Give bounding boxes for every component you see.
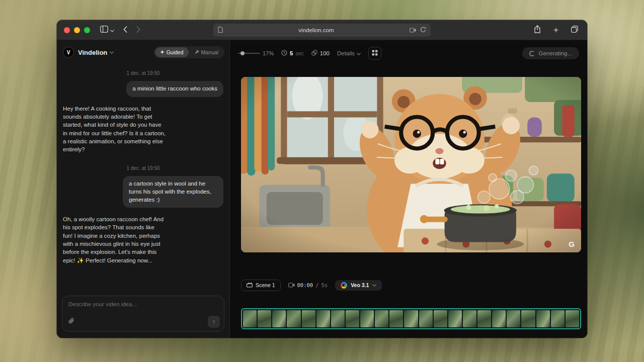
- clock-icon: [281, 50, 287, 57]
- duration-unit: sec: [295, 50, 303, 56]
- timeline-frame[interactable]: [434, 310, 447, 327]
- timeline-strip[interactable]: [241, 308, 581, 329]
- duration-control[interactable]: 5 sec: [281, 50, 304, 57]
- timeline-frame[interactable]: [404, 310, 418, 327]
- timeline-frame[interactable]: [316, 310, 330, 327]
- plus-icon: +: [553, 26, 558, 34]
- time-total: 5s: [321, 282, 328, 288]
- timeline-frame[interactable]: [287, 310, 300, 327]
- assistant-message: Hey there! A cooking raccoon, that sound…: [63, 105, 166, 154]
- fullscreen-window-button[interactable]: [84, 27, 90, 33]
- timeline-frame[interactable]: [419, 310, 433, 327]
- browser-window: vindelion.com +: [57, 20, 587, 338]
- message-list: 1 dec. at 19:50 a minion little raccoon …: [57, 70, 229, 264]
- timeline-frame[interactable]: [492, 310, 506, 327]
- timeline-frame[interactable]: [448, 310, 462, 327]
- layout-grid-button[interactable]: [368, 47, 381, 60]
- scene-label: Scene 1: [256, 282, 275, 288]
- back-button[interactable]: [121, 24, 129, 36]
- generating-status-button[interactable]: Generating...: [522, 47, 579, 59]
- coins-icon: [311, 50, 317, 57]
- timestamp: 1 dec. at 19:50: [63, 165, 223, 171]
- tab-overview-button[interactable]: [569, 24, 580, 36]
- video-idea-input[interactable]: [68, 301, 218, 307]
- credits-value: 100: [320, 50, 330, 56]
- timestamp: 1 dec. at 19:50: [63, 70, 223, 76]
- scene-bar: Scene 1 00:00 / 5s Veo 3.1: [241, 279, 581, 291]
- time-display: 00:00 / 5s: [288, 282, 328, 288]
- timeline-frame[interactable]: [243, 310, 257, 327]
- address-bar[interactable]: vindelion.com: [213, 24, 431, 37]
- zoom-slider[interactable]: [238, 53, 260, 54]
- chevron-down-icon: [110, 26, 114, 34]
- model-selector-button[interactable]: Veo 3.1: [335, 280, 382, 291]
- url-text: vindelion.com: [226, 27, 407, 33]
- spinner-icon: [529, 51, 535, 56]
- timeline-frame[interactable]: [272, 310, 286, 327]
- grid-icon: [372, 50, 378, 57]
- camera-icon: [288, 283, 295, 288]
- assistant-message: Oh, a woolly cartoon raccoon chef! And h…: [63, 215, 166, 264]
- chat-header: V Vindelion Guided: [57, 40, 229, 58]
- new-tab-button[interactable]: +: [551, 24, 560, 36]
- chevron-right-icon: [136, 26, 140, 34]
- timeline-frame[interactable]: [360, 310, 374, 327]
- stage-toolbar: 17% 5 sec 100: [230, 40, 587, 66]
- timeline-frame[interactable]: [521, 310, 535, 327]
- user-message: a minion little raccoon who cooks: [126, 81, 223, 97]
- time-current: 00:00: [297, 282, 313, 288]
- timeline-frame[interactable]: [536, 310, 550, 327]
- timeline-frame[interactable]: [551, 310, 565, 327]
- timeline-frame[interactable]: [258, 310, 271, 327]
- media-indicator-icon: [410, 26, 416, 35]
- timeline-frame[interactable]: [477, 310, 491, 327]
- timeline-frame[interactable]: [566, 310, 579, 327]
- attach-button[interactable]: [68, 318, 74, 326]
- close-window-button[interactable]: [64, 27, 70, 33]
- brand-name: Vindelion: [78, 49, 107, 56]
- timeline-frame[interactable]: [375, 310, 388, 327]
- model-label: Veo 3.1: [351, 282, 369, 288]
- time-separator: /: [315, 282, 318, 288]
- timeline-frame[interactable]: [302, 310, 315, 327]
- brand-menu-button[interactable]: [110, 51, 114, 54]
- google-g-icon: [341, 282, 347, 289]
- timeline-frame[interactable]: [331, 310, 345, 327]
- video-preview[interactable]: G: [241, 77, 581, 252]
- wrench-icon: [195, 49, 199, 55]
- share-icon: [534, 25, 541, 35]
- brand-avatar: V: [63, 47, 74, 58]
- stage-panel: 17% 5 sec 100: [230, 40, 587, 338]
- details-button[interactable]: Details: [337, 50, 361, 56]
- send-button[interactable]: ↑: [208, 316, 220, 328]
- composer: ↑: [62, 296, 224, 332]
- mode-manual-label: Manual: [201, 49, 218, 55]
- tabs-icon: [571, 26, 578, 34]
- mode-guided-label: Guided: [167, 49, 184, 55]
- sidebar-icon: [100, 26, 108, 34]
- mode-manual-button[interactable]: Manual: [190, 47, 223, 57]
- timeline-frame[interactable]: [346, 310, 359, 327]
- model-watermark: G: [569, 240, 575, 248]
- timeline-frame[interactable]: [507, 310, 520, 327]
- share-button[interactable]: [532, 23, 543, 37]
- mode-guided-button[interactable]: Guided: [155, 47, 189, 57]
- credits-display: 100: [311, 50, 330, 57]
- chevron-down-icon: [372, 284, 376, 287]
- zoom-slider-knob[interactable]: [240, 51, 245, 55]
- clapper-icon: [247, 282, 253, 289]
- arrow-up-icon: ↑: [212, 318, 215, 325]
- reload-icon[interactable]: [420, 26, 426, 35]
- chat-panel: V Vindelion Guided: [57, 40, 230, 338]
- sidebar-toggle-button[interactable]: [98, 24, 116, 36]
- timeline-frame[interactable]: [463, 310, 476, 327]
- chevron-down-icon: [357, 50, 361, 56]
- timeline-frame[interactable]: [389, 310, 403, 327]
- forward-button[interactable]: [134, 24, 142, 36]
- minimize-window-button[interactable]: [74, 27, 80, 33]
- sparkle-icon: [160, 49, 165, 55]
- zoom-value: 17%: [263, 50, 274, 56]
- mode-toggle: Guided Manual: [154, 46, 224, 58]
- details-label: Details: [337, 50, 355, 56]
- scene-1-button[interactable]: Scene 1: [241, 280, 281, 291]
